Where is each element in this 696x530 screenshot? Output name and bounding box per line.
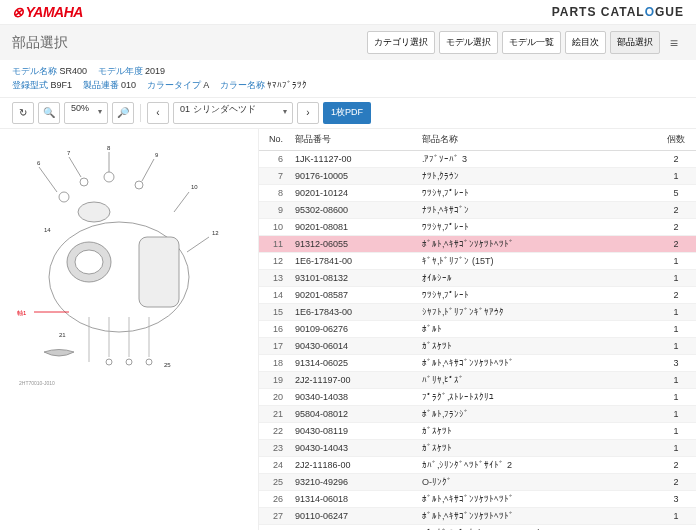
table-row[interactable]: 1393101-08132ｵｲﾙｼｰﾙ1 bbox=[259, 269, 696, 286]
svg-point-7 bbox=[104, 172, 114, 182]
table-row[interactable]: 1090201-08081ﾜﾂｼﾔ,ﾌﾟﾚｰﾄ2 bbox=[259, 218, 696, 235]
svg-point-15 bbox=[106, 359, 112, 365]
svg-text:8: 8 bbox=[107, 145, 111, 151]
table-row[interactable]: 2894703-00234ﾌﾟﾗｸﾞ,ｽﾊﾟｰｸ (NGK BPR6ES)1 bbox=[259, 524, 696, 530]
svg-text:10: 10 bbox=[191, 184, 198, 190]
table-row[interactable]: 2691314-06018ﾎﾞﾙﾄ,ﾍｷｻｺﾞﾝｿｹﾂﾄﾍﾂﾄﾞ3 bbox=[259, 490, 696, 507]
zoom-select[interactable]: 50% bbox=[64, 102, 108, 124]
page-title: 部品選択 bbox=[12, 34, 68, 52]
table-row[interactable]: 61JK-11127-00.ｱﾌﾞｿｰﾊﾞ 32 bbox=[259, 150, 696, 167]
table-row[interactable]: 1690109-06276ﾎﾞﾙﾄ1 bbox=[259, 320, 696, 337]
svg-text:7: 7 bbox=[67, 150, 71, 156]
table-row[interactable]: 2090340-14038ﾌﾟﾗｸﾞ,ｽﾄﾚｰﾄｽｸﾘﾕ1 bbox=[259, 388, 696, 405]
table-row[interactable]: 2790110-06247ﾎﾞﾙﾄ,ﾍｷｻｺﾞﾝｿｹﾂﾄﾍﾂﾄﾞ1 bbox=[259, 507, 696, 524]
nav-buttons: カテゴリ選択 モデル選択 モデル一覧 絵目次 部品選択 ≡ bbox=[367, 31, 684, 54]
pdf-button[interactable]: 1枚PDF bbox=[323, 102, 371, 124]
svg-line-13 bbox=[174, 192, 189, 212]
prev-button[interactable]: ‹ bbox=[147, 102, 169, 124]
parts-diagram[interactable]: 軸1 2HT70010-J010 678 91012 142125 bbox=[0, 129, 258, 530]
svg-text:14: 14 bbox=[44, 227, 51, 233]
nav-model-select[interactable]: モデル選択 bbox=[439, 31, 498, 54]
svg-line-14 bbox=[187, 237, 209, 252]
table-row[interactable]: 2390430-14043ｶﾞｽｹﾂﾄ1 bbox=[259, 439, 696, 456]
svg-point-17 bbox=[146, 359, 152, 365]
table-row[interactable]: 890201-10124ﾜﾂｼﾔ,ﾌﾟﾚｰﾄ5 bbox=[259, 184, 696, 201]
table-row[interactable]: 151E6-17843-00ｼﾔﾌﾄ,ﾄﾞﾘﾌﾞﾝｷﾞﾔｱｳﾀ1 bbox=[259, 303, 696, 320]
svg-point-5 bbox=[59, 192, 69, 202]
model-metadata: モデル名称 SR400 モデル年度 2019 登録型式 B9F1 製品連番 01… bbox=[0, 60, 696, 97]
svg-text:軸1: 軸1 bbox=[17, 310, 27, 316]
table-row[interactable]: 121E6-17841-00ｷﾞﾔ,ﾄﾞﾘﾌﾞﾝ (15T)1 bbox=[259, 252, 696, 269]
yamaha-logo: YAMAHA bbox=[12, 4, 83, 20]
zoom-in-button[interactable]: 🔎 bbox=[112, 102, 134, 124]
col-no[interactable]: No. bbox=[259, 129, 289, 151]
section-select[interactable]: 01 シリンダヘツド bbox=[173, 102, 293, 124]
svg-text:9: 9 bbox=[155, 152, 159, 158]
svg-text:6: 6 bbox=[37, 160, 41, 166]
svg-text:12: 12 bbox=[212, 230, 219, 236]
col-part-no[interactable]: 部品番号 bbox=[289, 129, 416, 151]
table-row[interactable]: 995302-08600ﾅﾂﾄ,ﾍｷｻｺﾞﾝ2 bbox=[259, 201, 696, 218]
svg-line-9 bbox=[39, 167, 57, 192]
table-row[interactable]: 1191312-06055ﾎﾞﾙﾄ,ﾍｷｻｺﾞﾝｿｹﾂﾄﾍﾂﾄﾞ2 bbox=[259, 235, 696, 252]
catalog-title: PARTS CATALOGUE bbox=[552, 5, 684, 19]
nav-category[interactable]: カテゴリ選択 bbox=[367, 31, 435, 54]
nav-parts-select[interactable]: 部品選択 bbox=[610, 31, 660, 54]
table-row[interactable]: 2290430-08119ｶﾞｽｹﾂﾄ1 bbox=[259, 422, 696, 439]
table-row[interactable]: 192J2-11197-00ﾊﾞﾘﾔ,ﾋﾟｽﾞ1 bbox=[259, 371, 696, 388]
table-row[interactable]: 1490201-08587ﾜﾂｼﾔ,ﾌﾟﾚｰﾄ2 bbox=[259, 286, 696, 303]
table-row[interactable]: 2195804-08012ﾎﾞﾙﾄ,ﾌﾗﾝｼﾞ1 bbox=[259, 405, 696, 422]
svg-point-16 bbox=[126, 359, 132, 365]
nav-model-list[interactable]: モデル一覧 bbox=[502, 31, 561, 54]
svg-text:25: 25 bbox=[164, 362, 171, 368]
svg-line-12 bbox=[142, 159, 154, 181]
hamburger-icon[interactable]: ≡ bbox=[664, 33, 684, 53]
table-row[interactable]: 2593210-49296O-ﾘﾝｸﾞ2 bbox=[259, 473, 696, 490]
svg-rect-4 bbox=[139, 237, 179, 307]
table-row[interactable]: 242J2-11186-00ｶﾊﾞ,ｼﾘﾝﾀﾞﾍﾂﾄﾞｻｲﾄﾞ 22 bbox=[259, 456, 696, 473]
svg-point-2 bbox=[75, 250, 103, 274]
col-part-name[interactable]: 部品名称 bbox=[416, 129, 656, 151]
svg-point-3 bbox=[78, 202, 110, 222]
svg-text:2HT70010-J010: 2HT70010-J010 bbox=[19, 380, 55, 386]
refresh-button[interactable]: ↻ bbox=[12, 102, 34, 124]
table-row[interactable]: 790176-10005ﾅﾂﾄ,ｸﾗｳﾝ1 bbox=[259, 167, 696, 184]
nav-picture-index[interactable]: 絵目次 bbox=[565, 31, 606, 54]
svg-text:21: 21 bbox=[59, 332, 66, 338]
table-row[interactable]: 1790430-06014ｶﾞｽｹﾂﾄ1 bbox=[259, 337, 696, 354]
svg-point-8 bbox=[135, 181, 143, 189]
table-row[interactable]: 1891314-06025ﾎﾞﾙﾄ,ﾍｷｻｺﾞﾝｿｹﾂﾄﾍﾂﾄﾞ3 bbox=[259, 354, 696, 371]
parts-table: No. 部品番号 部品名称 個数 61JK-11127-00.ｱﾌﾞｿｰﾊﾞ 3… bbox=[259, 129, 696, 530]
search-button[interactable]: 🔍 bbox=[38, 102, 60, 124]
next-button[interactable]: › bbox=[297, 102, 319, 124]
col-qty[interactable]: 個数 bbox=[656, 129, 696, 151]
svg-point-6 bbox=[80, 178, 88, 186]
parts-table-wrap[interactable]: No. 部品番号 部品名称 個数 61JK-11127-00.ｱﾌﾞｿｰﾊﾞ 3… bbox=[258, 129, 696, 530]
svg-line-10 bbox=[69, 157, 81, 177]
